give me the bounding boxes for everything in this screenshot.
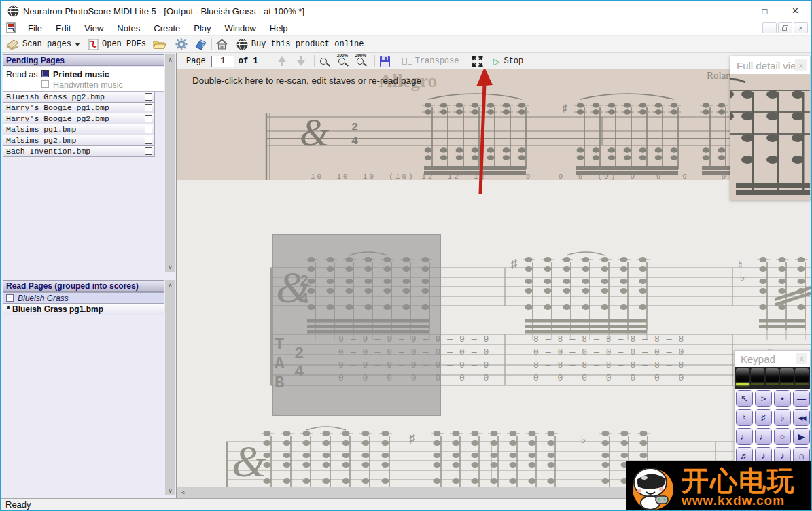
handwritten-music-checkbox[interactable] [41,80,49,88]
page-number-input[interactable] [211,56,234,67]
watermark-url: www.kxdw.com [682,494,796,507]
svg-text:♮: ♮ [737,259,744,272]
score-canvas[interactable]: Allegro Double-click here to re-scan, ed… [177,69,812,498]
page-name: * Blueish Grass pg1.bmp [7,304,103,314]
keypad-tab[interactable] [766,368,779,387]
child-close-button[interactable]: × [794,22,808,33]
menu-notes[interactable]: Notes [110,22,147,35]
rewind-button[interactable]: ◀◀ [793,409,810,426]
tenuto-button[interactable]: — [793,390,810,407]
svg-text:♯: ♯ [510,258,518,271]
scan-preview-strip[interactable]: Allegro Double-click here to re-scan, ed… [177,69,812,180]
half-note-button[interactable]: ♩ [755,428,772,445]
keypad-tab[interactable] [736,368,749,387]
full-detail-content[interactable] [730,74,810,200]
scroll-down-icon[interactable]: ∨ [165,485,175,495]
score-name: Blueish Grass [18,294,69,303]
sheet-music-system-1: & 2 4 ♯ [177,69,812,180]
list-item[interactable]: Malsims pg2.bmp [3,135,155,146]
scroll-down-icon[interactable]: ∨ [165,262,175,272]
menu-window[interactable]: Window [218,22,263,35]
zoom-100-icon[interactable]: 100% [337,55,349,67]
scroll-left-icon[interactable]: < [177,487,189,498]
whole-note-button[interactable]: ○ [774,428,791,445]
play-button[interactable]: ▶ [793,428,810,445]
list-item[interactable]: Harry's Boogie pg2.bmp [3,113,155,124]
open-folder-icon[interactable] [153,39,166,50]
previous-page-icon[interactable] [277,56,287,66]
restore-icon [782,25,788,31]
child-restore-button[interactable] [778,22,792,33]
zoom-200-icon[interactable]: 200% [355,55,368,67]
menu-help[interactable]: Help [263,22,295,35]
maximize-button[interactable]: □ [749,1,780,20]
scan-pages-button[interactable]: Scan pages [22,39,71,49]
file-checkbox[interactable] [145,137,152,144]
file-checkbox[interactable] [145,104,152,111]
toolbar-separator [314,55,315,67]
menu-create[interactable]: Create [147,22,187,35]
watermark-mascot-icon [626,461,679,511]
transpose-button[interactable]: Transpose [415,56,459,66]
list-item[interactable]: Harry's Boogie pg1.bmp [3,103,155,113]
pending-scrollbar[interactable]: ∧ ∨ [165,54,175,272]
minimize-button[interactable]: — [719,1,749,20]
help-book-icon[interactable]: ? [194,39,207,50]
app-window: Neuratron PhotoScore MIDI Lite 5 - [Outp… [0,0,812,511]
keypad-tab[interactable] [751,368,764,387]
menu-view[interactable]: View [77,22,110,35]
staccato-button[interactable]: • [774,390,791,407]
gear-icon[interactable] [175,38,188,50]
child-minimize-button[interactable]: – [762,22,777,33]
file-checkbox[interactable] [145,115,152,122]
accent-button[interactable]: > [755,390,772,407]
collapse-icon[interactable]: − [6,294,14,302]
scroll-up-icon[interactable]: ∧ [165,54,175,65]
keypad-close-button[interactable]: x [796,353,807,364]
status-text: Ready [5,499,31,510]
natural-button[interactable]: ♮ [736,409,753,426]
keypad-grid: ↖ > • — ♮ ♯ ♭ ◀◀ ♩ ♩ ○ ▶ ♬ ♪ ♪ ∩ [736,390,810,464]
pointer-button[interactable]: ↖ [736,390,753,407]
next-page-icon[interactable] [296,56,306,66]
page-row[interactable]: * Blueish Grass pg1.bmp [3,304,164,315]
selection-rectangle[interactable] [272,234,441,416]
close-button[interactable]: × [780,1,811,20]
sharp-button[interactable]: ♯ [755,409,772,426]
buy-online-button[interactable]: Buy this product online [251,39,364,49]
stop-button[interactable]: Stop [504,56,523,66]
menu-file[interactable]: File [21,22,49,35]
full-detail-close-button[interactable]: x [795,59,807,71]
list-item[interactable]: Bach Invention.bmp [3,146,155,157]
svg-text:&: & [300,111,330,154]
open-pdfs-button[interactable]: Open PDFs [102,39,146,49]
list-item[interactable]: Malsims pg1.bmp [3,124,155,135]
scan-pages-dropdown-icon[interactable] [75,43,80,46]
file-checkbox[interactable] [145,93,152,101]
home-icon[interactable] [216,39,228,50]
file-name: Malsims pg2.bmp [3,136,77,145]
keypad-tab[interactable] [795,368,809,387]
full-screen-icon[interactable] [472,56,483,67]
read-scrollbar[interactable]: ∧ ∨ [165,280,175,495]
list-item[interactable]: Blueish Grass pg2.bmp [3,92,155,103]
menu-play[interactable]: Play [187,22,217,35]
zoom-tool-icon[interactable] [319,55,331,67]
tab-numbers-partial: 10 10 10 (10) 12 12 12 9 9 9 (9) 9 9 9 9… [311,173,745,180]
scroll-up-icon[interactable]: ∧ [165,280,175,290]
play-icon: ▷ [493,56,499,67]
quarter-note-button[interactable]: ♩ [736,428,753,445]
save-icon[interactable] [379,56,391,67]
printed-music-checkbox[interactable] [41,70,49,77]
menu-edit[interactable]: Edit [49,22,77,35]
file-name: Malsims pg1.bmp [3,125,77,134]
file-name: Bach Invention.bmp [3,147,90,156]
file-checkbox[interactable] [145,147,152,155]
buy-globe-icon [236,39,248,50]
score-row[interactable]: − Blueish Grass [3,292,164,304]
flat-button[interactable]: ♭ [774,409,791,426]
file-checkbox[interactable] [145,126,152,133]
sidebar: Pending Pages Read as: Printed music Han… [1,53,177,498]
app-icon [7,5,19,17]
keypad-tab[interactable] [780,368,794,387]
